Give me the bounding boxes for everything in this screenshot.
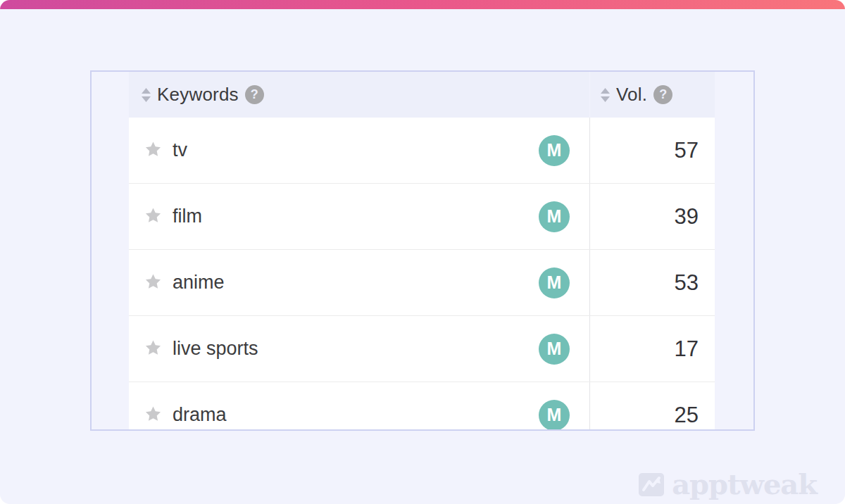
column-header-vol-label: Vol. — [616, 84, 647, 106]
keyword-cell: film M — [129, 184, 589, 249]
match-type-badge[interactable]: M — [539, 400, 570, 430]
volume-value: 25 — [590, 382, 715, 429]
page-background: Keywords ? Vol. ? — [0, 0, 845, 504]
keyword-cell: live sports M — [129, 316, 589, 382]
apptweak-logo-text: apptweak — [672, 470, 817, 498]
table-row[interactable]: drama M 25 — [129, 382, 715, 429]
volume-value: 57 — [590, 118, 715, 183]
keywords-table: Keywords ? Vol. ? — [129, 72, 715, 429]
star-icon[interactable] — [144, 273, 162, 293]
keyword-cell: drama M — [129, 382, 589, 429]
star-icon[interactable] — [144, 339, 162, 359]
star-icon[interactable] — [144, 207, 162, 227]
volume-value: 17 — [590, 316, 715, 382]
help-icon[interactable]: ? — [245, 85, 264, 104]
apptweak-logo: apptweak — [638, 470, 817, 498]
column-header-keywords-label: Keywords — [157, 84, 239, 106]
table-row[interactable]: tv M 57 — [129, 118, 715, 184]
keyword-text: anime — [173, 272, 225, 294]
table-row[interactable]: live sports M 17 — [129, 316, 715, 382]
keyword-text: tv — [173, 139, 187, 161]
match-type-badge[interactable]: M — [539, 267, 570, 298]
match-type-badge[interactable]: M — [539, 334, 570, 365]
column-header-vol[interactable]: Vol. ? — [590, 72, 715, 118]
match-type-badge[interactable]: M — [539, 201, 570, 232]
help-icon[interactable]: ? — [653, 85, 672, 104]
table-row[interactable]: anime M 53 — [129, 250, 715, 316]
star-icon[interactable] — [144, 141, 162, 160]
column-header-keywords[interactable]: Keywords ? — [129, 72, 589, 118]
star-icon[interactable] — [144, 405, 162, 425]
keyword-cell: anime M — [129, 250, 589, 315]
keyword-cell: tv M — [129, 118, 589, 183]
keyword-text: live sports — [173, 338, 258, 360]
apptweak-logo-icon — [638, 472, 665, 497]
table-row[interactable]: film M 39 — [129, 184, 715, 250]
keyword-text: drama — [173, 404, 227, 426]
match-type-badge[interactable]: M — [539, 135, 570, 166]
keyword-text: film — [173, 206, 202, 227]
sort-icon[interactable] — [141, 87, 151, 103]
table-header-row: Keywords ? Vol. ? — [129, 72, 715, 118]
top-gradient-bar — [0, 0, 845, 9]
sort-icon[interactable] — [600, 87, 611, 103]
keywords-table-frame: Keywords ? Vol. ? — [90, 70, 755, 431]
volume-value: 53 — [590, 250, 715, 315]
volume-value: 39 — [590, 184, 715, 249]
